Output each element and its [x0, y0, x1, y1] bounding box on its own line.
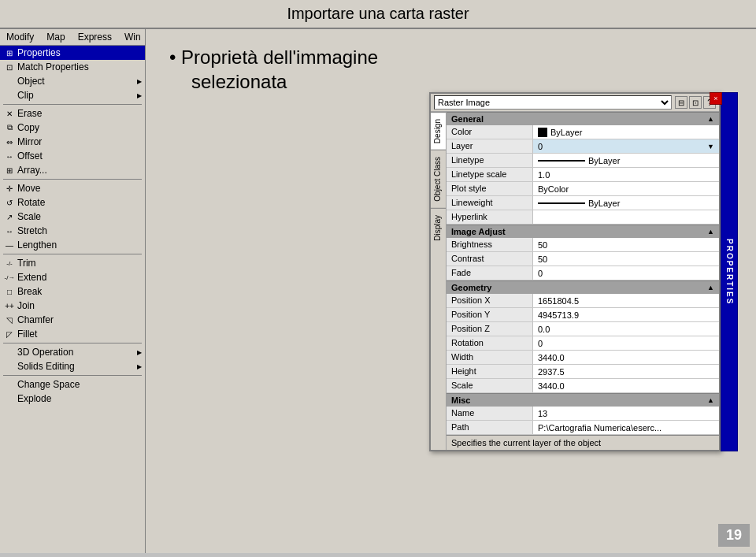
menu-item-offset[interactable]: ↔ Offset: [0, 149, 145, 163]
menu-item-array[interactable]: ⊞ Array...: [0, 163, 145, 177]
menu-item-extend[interactable]: -/→ Extend: [0, 270, 145, 284]
image-adjust-collapse-btn[interactable]: ▲: [707, 228, 714, 236]
menu-item-scale[interactable]: ↗ Scale: [0, 210, 145, 224]
scale-icon: ↗: [3, 210, 16, 223]
trim-icon: -/-: [3, 257, 16, 269]
menu-item-clip[interactable]: Clip: [0, 88, 145, 102]
panel-status-bar: Specifies the current layer of the objec…: [447, 435, 719, 450]
offset-icon: ↔: [3, 150, 16, 162]
rotate-icon: ↺: [3, 196, 16, 209]
title-bar: Importare una carta raster: [0, 0, 756, 29]
layer-dropdown-arrow[interactable]: ▼: [707, 143, 714, 150]
lengthen-icon: —: [3, 239, 16, 251]
menu-item-trim[interactable]: -/- Trim: [0, 256, 145, 270]
panel-button-2[interactable]: ⊡: [689, 96, 702, 109]
prop-linetype-scale: Linetype scale 1.0: [447, 168, 719, 182]
separator-2: [3, 179, 142, 180]
mirror-icon: ⇔: [3, 136, 16, 148]
sidebar-menu: Modify Map Express Win ⊞ Properties ⊡ Ma…: [0, 29, 146, 553]
menu-item-lengthen[interactable]: — Lengthen: [0, 238, 145, 252]
stretch-icon: ↔: [3, 225, 16, 237]
tab-design[interactable]: Design: [431, 112, 446, 150]
presentation-title: Importare una carta raster: [287, 5, 469, 22]
tab-object-class[interactable]: Object Class: [431, 150, 446, 208]
panel-close-button[interactable]: ×: [710, 92, 722, 105]
menu-item-chamfer[interactable]: ◹ Chamfer: [0, 313, 145, 327]
menu-bar-modify[interactable]: Modify: [3, 31, 37, 43]
prop-fade: Fade 0: [447, 266, 719, 280]
general-section-header: General ▲: [447, 112, 719, 125]
fillet-icon: ◸: [3, 328, 16, 340]
match-properties-icon: ⊡: [3, 61, 16, 73]
general-collapse-btn[interactable]: ▲: [707, 115, 714, 123]
copy-icon: ⧉: [3, 121, 16, 134]
menu-item-match-properties[interactable]: ⊡ Match Properties: [0, 60, 145, 74]
menu-bar-win[interactable]: Win: [121, 31, 144, 43]
prop-height: Height 2937.5: [447, 365, 719, 379]
array-icon: ⊞: [3, 164, 16, 176]
separator-5: [3, 375, 142, 376]
menu-item-copy[interactable]: ⧉ Copy: [0, 121, 145, 135]
menu-item-join[interactable]: ++ Join: [0, 299, 145, 313]
prop-path: Path P:\Cartografia Numerica\eserc...: [447, 421, 719, 435]
menu-item-mirror[interactable]: ⇔ Mirror: [0, 135, 145, 149]
prop-rotation: Rotation 0: [447, 336, 719, 351]
properties-side-tab[interactable]: PROPERTIES: [721, 92, 738, 451]
misc-section-header: Misc ▲: [447, 393, 719, 407]
prop-color: Color ByLayer: [447, 125, 719, 139]
erase-icon: ✕: [3, 107, 16, 120]
separator-1: [3, 104, 142, 105]
prop-plot-style: Plot style ByColor: [447, 182, 719, 196]
menu-item-solids-editing[interactable]: Solids Editing: [0, 359, 145, 373]
bullet-point: •: [169, 46, 181, 68]
prop-name: Name 13: [447, 407, 719, 421]
menu-item-erase[interactable]: ✕ Erase: [0, 106, 145, 121]
join-icon: ++: [3, 299, 16, 312]
menu-item-stretch[interactable]: ↔ Stretch: [0, 224, 145, 238]
slide-text-line1: Proprietà dell'immagine: [181, 46, 378, 68]
menu-item-properties[interactable]: ⊞ Properties: [0, 46, 145, 60]
prop-scale: Scale 3440.0: [447, 379, 719, 393]
content-area: • Proprietà dell'immagine selezionata × …: [146, 29, 756, 553]
image-adjust-section-header: Image Adjust ▲: [447, 225, 719, 238]
geometry-section-header: Geometry ▲: [447, 280, 719, 294]
break-icon: □: [3, 285, 16, 298]
linetype-preview: [538, 160, 585, 162]
slide-text-line2: selezionata: [169, 71, 287, 92]
prop-lineweight: Lineweight ByLayer: [447, 196, 719, 210]
prop-layer[interactable]: Layer 0 ▼: [447, 139, 719, 154]
prop-brightness: Brightness 50: [447, 238, 719, 252]
panel-button-1[interactable]: ⊟: [675, 96, 687, 109]
prop-width: Width 3440.0: [447, 351, 719, 365]
chamfer-icon: ◹: [3, 314, 16, 326]
prop-position-y: Position Y 4945713.9: [447, 308, 719, 322]
menu-bar-express[interactable]: Express: [75, 31, 115, 43]
prop-position-x: Position X 1651804.5: [447, 294, 719, 308]
menu-item-move[interactable]: ✛ Move: [0, 181, 145, 195]
menu-bar-map[interactable]: Map: [43, 31, 68, 43]
menu-item-3d-operation[interactable]: 3D Operation: [0, 345, 145, 359]
prop-contrast: Contrast 50: [447, 252, 719, 266]
page-number: 19: [718, 524, 750, 547]
menu-item-rotate[interactable]: ↺ Rotate: [0, 195, 145, 210]
prop-hyperlink: Hyperlink: [447, 210, 719, 225]
menu-bar: Modify Map Express Win: [0, 29, 145, 46]
separator-3: [3, 254, 142, 254]
menu-item-explode[interactable]: Explode: [0, 392, 145, 406]
separator-4: [3, 343, 142, 343]
extend-icon: -/→: [3, 271, 16, 284]
tab-display[interactable]: Display: [431, 208, 446, 247]
misc-collapse-btn[interactable]: ▲: [707, 396, 714, 404]
slide-content: • Proprietà dell'immagine selezionata: [169, 45, 732, 94]
move-icon: ✛: [3, 182, 16, 195]
raster-image-dropdown[interactable]: Raster Image: [434, 95, 672, 110]
menu-item-object[interactable]: Object: [0, 74, 145, 88]
panel-content: General ▲ Color ByLayer Layer: [447, 112, 719, 450]
color-swatch: [538, 128, 547, 137]
menu-item-break[interactable]: □ Break: [0, 284, 145, 299]
geometry-collapse-btn[interactable]: ▲: [707, 284, 714, 291]
menu-item-change-space[interactable]: Change Space: [0, 377, 145, 392]
prop-linetype: Linetype ByLayer: [447, 154, 719, 168]
properties-panel: × Raster Image ⊟ ⊡ ?: [429, 92, 721, 451]
menu-item-fillet[interactable]: ◸ Fillet: [0, 327, 145, 341]
